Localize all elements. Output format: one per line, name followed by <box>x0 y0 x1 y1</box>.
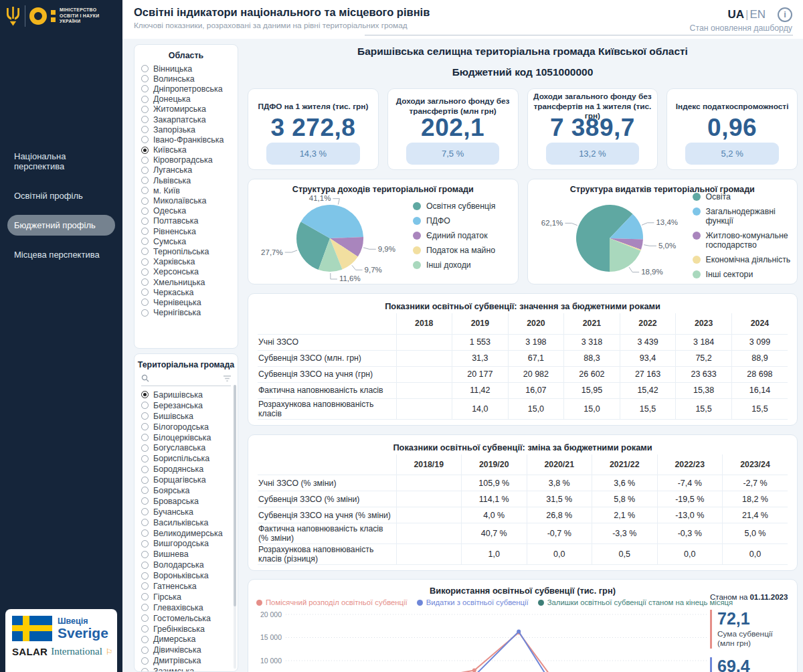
radio-icon <box>141 75 149 82</box>
oblast-option-label: Рівненська <box>153 227 196 236</box>
oblast-option[interactable]: Дніпропетровська <box>141 84 238 94</box>
hromada-option[interactable]: Білоцерківська <box>141 432 238 443</box>
legend-dot-icon <box>693 193 701 201</box>
sidebar-item-2[interactable]: Бюджетний профіль <box>7 215 115 236</box>
sidebar-item-0[interactable]: Національна перспектива <box>7 146 115 177</box>
table-cell: 1 553 <box>452 334 509 350</box>
table-column-header: 2019 <box>452 313 509 334</box>
legend-item: Освітня субвенція <box>413 201 514 211</box>
hromada-option[interactable]: Баришівська <box>141 390 238 400</box>
oblast-option[interactable]: Донецька <box>141 94 238 104</box>
oblast-option[interactable]: Вінницька <box>141 64 238 74</box>
table-cell <box>396 491 462 507</box>
oblast-option[interactable]: Запорізька <box>141 124 238 135</box>
oblast-option[interactable]: Хмельницька <box>141 277 238 287</box>
hromada-option[interactable]: Зазимська <box>141 666 238 672</box>
expense-structure-card: Структура видатків територіальної громад… <box>527 179 798 284</box>
hromada-option[interactable]: Вороньківська <box>141 570 238 581</box>
pie-slice-label: 9,9% <box>378 245 395 253</box>
table-cell: 40,7 % <box>462 523 527 544</box>
hromada-option[interactable]: Вишгородська <box>141 538 238 549</box>
hromada-scrollbar[interactable] <box>234 385 236 669</box>
hromada-option[interactable]: Васильківська <box>141 517 238 528</box>
radio-icon <box>141 412 149 420</box>
oblast-option[interactable]: Івано-Франківська <box>141 135 238 145</box>
oblast-option[interactable]: Київська <box>141 145 238 155</box>
sidebar-item-1[interactable]: Освітній профіль <box>7 185 115 206</box>
oblast-option[interactable]: Рівненська <box>141 226 238 236</box>
hromada-option[interactable]: Бучанська <box>141 507 238 517</box>
oblast-option-label: Харківська <box>153 257 195 266</box>
hromada-option[interactable]: Володарська <box>141 560 238 570</box>
hromada-option[interactable]: Гатненська <box>141 581 238 592</box>
lang-ua-button[interactable]: UA <box>727 8 744 21</box>
hromada-search-input[interactable] <box>153 373 220 384</box>
oblast-option[interactable]: Житомирська <box>141 104 238 114</box>
oblast-option[interactable]: Волинська <box>141 74 238 84</box>
table-cell: 28 698 <box>731 366 788 382</box>
kpi-card-1: Доходи загльного фонду без трансфертів (… <box>387 88 519 170</box>
line-legend-label: Залишки освітньої субвенції станом на кі… <box>547 598 733 606</box>
filter-icon[interactable] <box>224 375 231 382</box>
legend-label: Житлово-комунальне господарство <box>706 231 794 250</box>
table-row: Субвенція ЗЗСО (% зміни)114,1 %31,5 %5,8… <box>258 491 788 507</box>
hromada-option[interactable]: Білогородська <box>141 422 238 432</box>
oblast-option[interactable]: Черкаська <box>141 287 238 297</box>
hromada-option[interactable]: Богуславська <box>141 442 238 453</box>
oblast-option[interactable]: Тернопільська <box>141 246 238 256</box>
hromada-option[interactable]: Гребінківська <box>141 624 238 635</box>
oblast-option[interactable]: Харківська <box>141 257 238 267</box>
sidebar-item-3[interactable]: Місцева перспектива <box>7 244 115 265</box>
oblast-option[interactable]: Кіровоградська <box>141 155 238 165</box>
oblast-option[interactable]: Закарпатська <box>141 114 238 124</box>
hromada-option[interactable]: Бишівська <box>141 411 238 422</box>
hromada-option-label: Димерська <box>153 635 195 644</box>
oblast-list: ВінницькаВолинськаДніпропетровськаДонець… <box>135 64 238 318</box>
oblast-option[interactable]: м. Київ <box>141 185 238 195</box>
hromada-option[interactable]: Гостомельська <box>141 613 238 624</box>
hromada-option[interactable]: Борщагівська <box>141 475 238 485</box>
kpi-value: 7 389,7 <box>528 113 658 143</box>
oblast-option[interactable]: Чернівецька <box>141 297 238 307</box>
table-cell: 16,07 <box>508 382 564 398</box>
table-cell: 0,0 <box>657 544 723 565</box>
hromada-option[interactable]: Бориспільська <box>141 453 238 464</box>
oblast-option-label: Запорізька <box>153 125 195 135</box>
hromada-option[interactable]: Гірська <box>141 592 238 602</box>
lang-en-button[interactable]: EN <box>749 8 766 21</box>
oblast-option[interactable]: Луганська <box>141 165 238 175</box>
oblast-option[interactable]: Миколаївська <box>141 195 238 205</box>
table-cell: 11,42 <box>452 382 509 398</box>
oblast-option[interactable]: Чернігівська <box>141 308 238 318</box>
hromada-option[interactable]: Глевахівська <box>141 602 238 613</box>
data-point[interactable] <box>517 630 521 634</box>
hromada-option[interactable]: Дівичківська <box>141 645 238 655</box>
hromada-option[interactable]: Березанська <box>141 400 238 411</box>
subvention-values-table: 2018201920202021202220232024Учні ЗЗСО1 5… <box>258 313 788 420</box>
radio-icon <box>141 136 149 143</box>
radio-icon <box>141 85 149 92</box>
hromada-option-label: Гостомельська <box>153 614 211 623</box>
oblast-option[interactable]: Херсонська <box>141 267 238 277</box>
oblast-option[interactable]: Одеська <box>141 206 238 216</box>
oblast-option[interactable]: Полтавська <box>141 216 238 226</box>
update-status-link[interactable]: Стан оновлення дашборду <box>690 23 792 33</box>
subvention-values-card: Показники освітньої субвенції: значення … <box>248 293 798 426</box>
oblast-option[interactable]: Львівська <box>141 175 238 185</box>
hromada-option[interactable]: Бородянська <box>141 464 238 475</box>
oblast-option[interactable]: Сумська <box>141 236 238 246</box>
hromada-option[interactable]: Вишнева <box>141 549 238 560</box>
hromada-option[interactable]: Димерська <box>141 634 238 645</box>
kpi-card-3: Індекс податкоспроможності0,965,2 % <box>666 88 798 170</box>
legend-item: Єдиний податок <box>413 231 514 240</box>
table-row: Фактична наповнюваність класів (% зміни)… <box>258 523 788 544</box>
info-icon[interactable]: i <box>778 7 792 22</box>
usage-stat-value: 72,1 <box>717 610 792 627</box>
hromada-option[interactable]: Боярська <box>141 485 238 496</box>
hromada-option[interactable]: Броварська <box>141 496 238 507</box>
scrollbar-thumb[interactable] <box>234 385 236 606</box>
hromada-option[interactable]: Великодимерська <box>141 528 238 539</box>
table-cell <box>396 334 452 350</box>
hromada-option[interactable]: Дмитрівська <box>141 655 238 666</box>
table-cell: 105,9 % <box>462 475 527 491</box>
